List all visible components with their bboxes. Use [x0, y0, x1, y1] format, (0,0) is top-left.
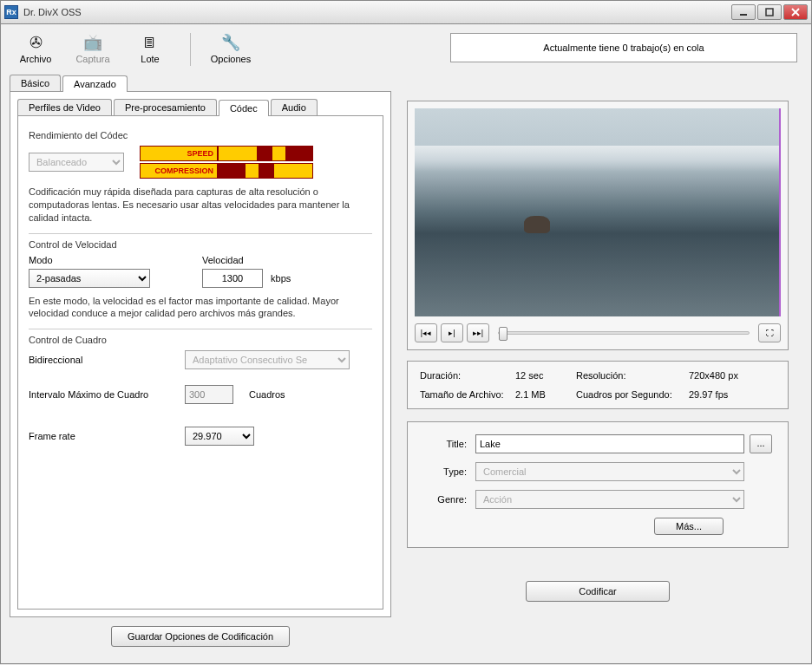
tamano-label: Tamaño de Archivo:	[420, 389, 515, 400]
intervalo-label: Intervalo Máximo de Cuadro	[29, 389, 176, 400]
framerate-select[interactable]: 29.970	[185, 427, 254, 446]
type-select: Comercial	[475, 462, 744, 481]
intervalo-input	[185, 385, 233, 404]
bidireccional-select: Adaptativo Consecutivo Se	[185, 350, 350, 369]
fps-label: Cuadros por Segundo:	[576, 389, 689, 400]
velocidad-unit: kbps	[271, 273, 291, 284]
preset-description: Codificación muy rápida diseñada para ca…	[29, 186, 372, 225]
compression-badge: COMPRESSION	[140, 163, 218, 179]
toolbar-opciones[interactable]: 🔧 Opciones	[210, 33, 252, 64]
sub-tabs: Perfiles de Video Pre-procesamiento Códe…	[17, 99, 383, 115]
modo-label: Modo	[29, 255, 150, 265]
modo-select[interactable]: 2-pasadas	[29, 269, 150, 288]
file-info-panel: Duración: 12 sec Resolución: 720x480 px …	[407, 361, 789, 409]
tab-panel-avanzado: Perfiles de Video Pre-procesamiento Códe…	[10, 91, 391, 617]
codec-panel: Rendimiento del Códec Balanceado SPEED C…	[17, 115, 383, 610]
rendimiento-label: Rendimiento del Códec	[29, 130, 372, 140]
minimize-button[interactable]	[731, 4, 756, 20]
tab-basico[interactable]: Básico	[10, 75, 61, 91]
genre-label: Genre:	[423, 494, 467, 505]
maximize-button[interactable]	[757, 4, 782, 20]
mas-button[interactable]: Más...	[654, 518, 724, 535]
queue-status: Actualmente tiene 0 trabajo(s) en cola	[450, 33, 797, 62]
title-label: Title:	[423, 439, 467, 449]
type-label: Type:	[423, 466, 467, 477]
speed-compression-graphic: SPEED COMPRESSION	[140, 146, 313, 179]
close-button[interactable]	[783, 4, 808, 20]
batch-icon: 🗏	[140, 33, 160, 52]
control-cuadro-label: Control de Cuadro	[29, 335, 372, 345]
title-browse-button[interactable]: ...	[750, 434, 772, 453]
velocidad-label: Velocidad	[202, 255, 291, 265]
duracion-value: 12 sec	[515, 370, 576, 381]
subtab-codec[interactable]: Códec	[219, 100, 269, 116]
toolbar-separator	[190, 33, 191, 66]
title-input[interactable]	[475, 434, 744, 453]
speed-badge: SPEED	[140, 146, 218, 161]
velocidad-input[interactable]	[202, 269, 263, 288]
guardar-button[interactable]: Guardar Opciones de Codificación	[111, 626, 290, 647]
window-title: Dr. DivX OSS	[23, 7, 731, 17]
step-fwd-button[interactable]: ▸▸|	[467, 323, 489, 342]
titlebar: Rx Dr. DivX OSS	[0, 0, 812, 24]
tamano-value: 2.1 MB	[515, 389, 576, 400]
toolbar-archivo[interactable]: ✇ Archivo	[15, 33, 56, 64]
fullscreen-button[interactable]: ⛶	[758, 323, 781, 342]
main-tabs: Básico Avanzado	[10, 75, 391, 91]
control-velocidad-label: Control de Velocidad	[29, 239, 372, 250]
video-preview	[415, 108, 781, 316]
resolucion-label: Resolución:	[576, 370, 689, 381]
codificar-button[interactable]: Codificar	[526, 581, 669, 602]
tab-avanzado[interactable]: Avanzado	[62, 75, 128, 92]
resolucion-value: 720x480 px	[689, 370, 758, 381]
genre-select: Acción	[475, 490, 744, 509]
app-icon: Rx	[4, 5, 18, 19]
player-controls: |◂◂ ▸| ▸▸| ⛶	[415, 323, 781, 342]
intervalo-unit: Cuadros	[249, 389, 285, 400]
svg-rect-1	[766, 9, 773, 16]
tv-icon: 📺	[82, 33, 103, 52]
wrench-icon: 🔧	[220, 33, 241, 52]
toolbar: ✇ Archivo 📺 Captura 🗏 Lote 🔧 Opciones Ac…	[10, 29, 802, 73]
subtab-perfiles[interactable]: Perfiles de Video	[17, 99, 112, 115]
preset-select: Balanceado	[29, 153, 124, 172]
seek-slider[interactable]	[498, 331, 750, 335]
subtab-audio[interactable]: Audio	[271, 99, 318, 115]
preview-panel: |◂◂ ▸| ▸▸| ⛶	[407, 101, 789, 350]
metadata-panel: Title: ... Type: Comercial Genre: Acción…	[407, 421, 789, 548]
subtab-preproc[interactable]: Pre-procesamiento	[114, 99, 217, 115]
film-reel-icon: ✇	[25, 33, 46, 52]
step-back-button[interactable]: ▸|	[441, 323, 463, 342]
bidireccional-label: Bidireccional	[29, 355, 176, 365]
velocidad-description: En este modo, la velocidad es el factor …	[29, 295, 372, 321]
duracion-label: Duración:	[420, 370, 515, 381]
seek-thumb[interactable]	[499, 327, 508, 341]
toolbar-captura: 📺 Captura	[72, 33, 114, 64]
fps-value: 29.97 fps	[689, 389, 758, 400]
framerate-label: Frame rate	[29, 431, 176, 441]
toolbar-lote[interactable]: 🗏 Lote	[129, 33, 171, 64]
skip-start-button[interactable]: |◂◂	[415, 323, 437, 342]
